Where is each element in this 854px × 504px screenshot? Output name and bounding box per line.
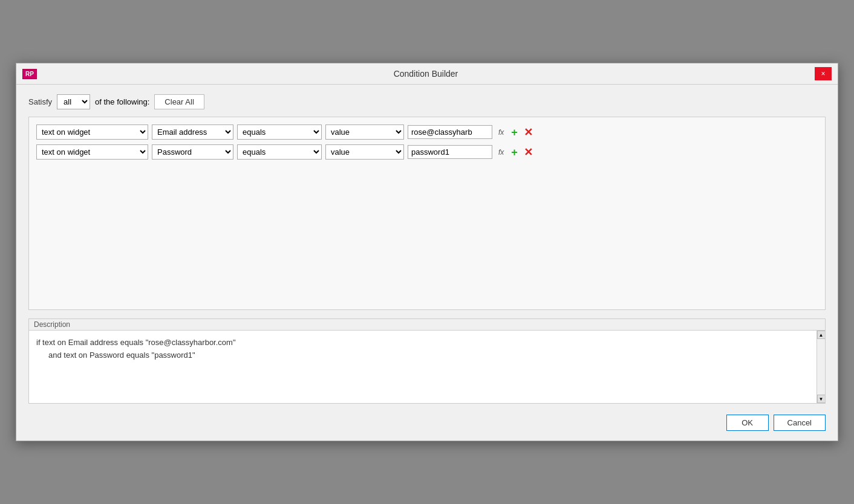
widget-select-1[interactable]: text on widget variable expression (36, 124, 148, 140)
fx-button-2[interactable]: fx (496, 148, 506, 157)
condition-row: text on widget variable expression Email… (36, 144, 818, 160)
description-line1: if text on Email address equals "rose@cl… (36, 337, 818, 349)
cancel-button[interactable]: Cancel (774, 415, 826, 431)
value-input-2[interactable] (408, 145, 492, 159)
value-input-1[interactable] (408, 125, 492, 139)
footer-row: OK Cancel (28, 412, 826, 431)
field-select-1[interactable]: Email address Password Username (152, 124, 233, 140)
description-box: if text on Email address equals "rose@cl… (29, 331, 825, 403)
add-condition-1[interactable]: + (510, 127, 519, 138)
satisfy-label: Satisfy (28, 97, 52, 106)
description-line2: and text on Password equals "password1" (36, 349, 818, 362)
ok-button[interactable]: OK (726, 415, 769, 431)
scrollbar: ▲ ▼ (817, 331, 825, 403)
title-bar: RP Condition Builder × (16, 63, 838, 85)
satisfy-suffix: of the following: (95, 97, 149, 106)
satisfy-select[interactable]: all any (57, 94, 90, 109)
description-text: if text on Email address equals "rose@cl… (29, 331, 825, 368)
close-button[interactable]: × (815, 67, 832, 80)
title-bar-left: RP (22, 69, 37, 79)
rp-logo: RP (22, 69, 37, 79)
scroll-up[interactable]: ▲ (817, 331, 826, 339)
remove-condition-1[interactable]: ✕ (523, 127, 534, 138)
type-select-2[interactable]: value variable expression (325, 144, 404, 160)
condition-builder-dialog: RP Condition Builder × Satisfy all any o… (16, 63, 838, 441)
fx-button-1[interactable]: fx (496, 128, 506, 137)
widget-select-2[interactable]: text on widget variable expression (36, 144, 148, 160)
dialog-title: Condition Builder (37, 69, 815, 79)
conditions-container: text on widget variable expression Email… (28, 117, 826, 310)
operator-select-2[interactable]: equals not equals contains does not cont… (237, 144, 322, 160)
add-condition-2[interactable]: + (510, 147, 519, 158)
description-section: Description if text on Email address equ… (28, 318, 826, 404)
remove-condition-2[interactable]: ✕ (523, 147, 534, 158)
operator-select-1[interactable]: equals not equals contains does not cont… (237, 124, 322, 140)
satisfy-row: Satisfy all any of the following: Clear … (28, 94, 826, 109)
scroll-down[interactable]: ▼ (817, 395, 826, 403)
condition-row: text on widget variable expression Email… (36, 124, 818, 140)
clear-all-button[interactable]: Clear All (154, 94, 204, 109)
description-legend: Description (29, 319, 825, 331)
dialog-body: Satisfy all any of the following: Clear … (16, 85, 838, 441)
field-select-2[interactable]: Email address Password Username (152, 144, 233, 160)
type-select-1[interactable]: value variable expression (325, 124, 404, 140)
